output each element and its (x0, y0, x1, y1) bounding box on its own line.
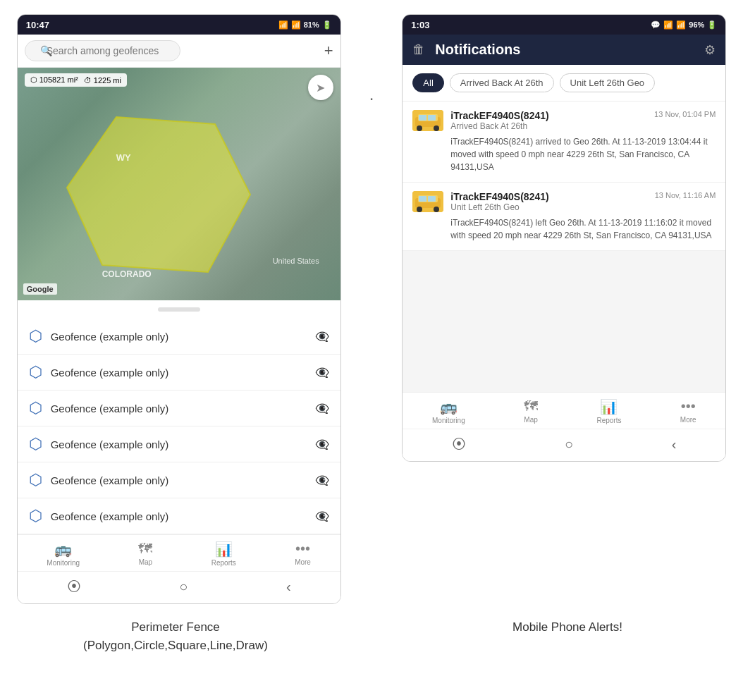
compass-button[interactable]: ➤ (308, 75, 333, 100)
geofence-name: Geofence (example only) (51, 474, 307, 486)
distance-stat: ⏱ 1225 mi (84, 76, 121, 85)
visibility-icon[interactable]: 👁‍🗨 (315, 330, 329, 343)
right-nav-more-label: More (680, 416, 696, 424)
svg-point-11 (417, 207, 422, 212)
visibility-icon[interactable]: 👁‍🗨 (315, 438, 329, 451)
visibility-icon[interactable]: 👁‍🗨 (315, 402, 329, 415)
geofence-name: Geofence (example only) (51, 403, 307, 415)
list-item[interactable]: ⬡ Geofence (example only) 👁‍🗨 (18, 319, 340, 355)
android-home-button[interactable]: ○ (565, 436, 573, 453)
list-item[interactable]: ⬡ Geofence (example only) 👁‍🗨 (18, 391, 340, 426)
right-nav-monitoring-label: Monitoring (432, 417, 465, 424)
geofence-name: Geofence (example only) (51, 510, 307, 522)
list-item[interactable]: ⬡ Geofence (example only) 👁‍🗨 (18, 355, 340, 391)
geofence-polygon-icon: ⬡ (29, 471, 42, 489)
list-item[interactable]: ⬡ Geofence (example only) 👁‍🗨 (18, 498, 340, 534)
nav-monitoring-label: Monitoring (47, 559, 80, 567)
android-menu-button[interactable]: ⦿ (452, 436, 466, 453)
scroll-handle-container (18, 300, 340, 319)
nav-map[interactable]: 🗺 Map (133, 539, 158, 568)
filter-left[interactable]: Unit Left 26th Geo (560, 73, 656, 92)
right-bottom-nav: 🚌 Monitoring 🗺 Map 📊 Reports ••• More (403, 392, 725, 429)
notif-body-1: iTrackEF4940S(8241) arrived to Geo 26th.… (412, 135, 716, 173)
map-background: ⬡ 105821 mi² ⏱ 1225 mi ➤ WY United State… (18, 68, 340, 300)
right-nav-more[interactable]: ••• More (675, 397, 702, 426)
svg-rect-14 (428, 196, 436, 202)
event-type-1: Arrived Back At 26th (450, 121, 647, 131)
right-nav-reports-label: Reports (596, 417, 621, 424)
map-area[interactable]: ⬡ 105821 mi² ⏱ 1225 mi ➤ WY United State… (18, 68, 340, 300)
right-phone: 1:03 💬 📶 📶 96% 🔋 🗑 Notifications ⚙ All A… (402, 14, 726, 462)
area-stat: ⬡ 105821 mi² (30, 75, 78, 85)
left-status-bar: 10:47 📶 📶 81% 🔋 (18, 15, 340, 35)
filter-all[interactable]: All (412, 73, 443, 92)
left-caption: Perimeter Fence(Polygon,Circle,Square,Li… (21, 618, 330, 654)
battery-icon: 🔋 (707, 20, 717, 30)
monitoring-icon: 🚌 (440, 398, 458, 415)
left-time: 10:47 (26, 20, 49, 30)
map-wy-label: WY (116, 152, 131, 163)
timestamp-1: 13 Nov, 01:04 PM (654, 110, 716, 118)
visibility-icon[interactable]: 👁‍🗨 (315, 474, 329, 487)
svg-rect-13 (419, 196, 426, 202)
signal-icon: 📶 (291, 20, 301, 30)
message-icon: 💬 (651, 20, 661, 30)
notifications-header: 🗑 Notifications ⚙ (403, 35, 725, 65)
map-stats: ⬡ 105821 mi² ⏱ 1225 mi (25, 73, 127, 87)
geofence-list: ⬡ Geofence (example only) 👁‍🗨 ⬡ Geofence… (18, 319, 340, 534)
svg-point-4 (417, 125, 422, 131)
settings-icon[interactable]: ⚙ (704, 42, 716, 58)
visibility-icon[interactable]: 👁‍🗨 (315, 366, 329, 379)
google-logo: Google (23, 283, 57, 295)
right-caption-text: Mobile Phone Alerts! (512, 620, 622, 634)
geofence-name: Geofence (example only) (51, 438, 307, 450)
delete-icon[interactable]: 🗑 (412, 42, 425, 57)
right-nav-monitoring[interactable]: 🚌 Monitoring (426, 397, 471, 426)
map-icon: 🗺 (524, 398, 538, 415)
reports-icon: 📊 (215, 541, 233, 558)
search-container: 🔍 (25, 40, 319, 61)
notifications-title: Notifications (435, 42, 694, 58)
device-name-2: iTrackEF4940S(8241) (450, 191, 647, 202)
notification-card-1[interactable]: iTrackEF4940S(8241) Arrived Back At 26th… (403, 102, 725, 183)
list-item[interactable]: ⬡ Geofence (example only) 👁‍🗨 (18, 462, 340, 498)
filter-arrived[interactable]: Arrived Back At 26th (450, 73, 554, 92)
search-bar: 🔍 + (18, 35, 340, 68)
map-colorado-label: COLORADO (102, 269, 152, 279)
visibility-icon[interactable]: 👁‍🗨 (315, 510, 329, 523)
right-status-bar: 1:03 💬 📶 📶 96% 🔋 (403, 15, 725, 35)
vehicle-avatar-2 (412, 191, 443, 212)
android-back-button[interactable]: ‹ (672, 436, 677, 453)
right-nav-reports[interactable]: 📊 Reports (591, 397, 627, 426)
android-menu-button[interactable]: ⦿ (67, 579, 81, 595)
svg-rect-6 (419, 115, 426, 121)
map-icon: 🗺 (138, 541, 152, 557)
android-home-button[interactable]: ○ (179, 579, 188, 595)
android-back-button[interactable]: ‹ (286, 579, 291, 595)
notif-card-header-1: iTrackEF4940S(8241) Arrived Back At 26th… (412, 110, 716, 131)
left-phone: 10:47 📶 📶 81% 🔋 🔍 + (17, 14, 341, 604)
notif-meta-2: iTrackEF4940S(8241) Unit Left 26th Geo (450, 191, 647, 212)
add-geofence-button[interactable]: + (324, 43, 333, 59)
nav-more-label: More (295, 558, 311, 566)
right-status-icons: 💬 📶 📶 96% 🔋 (651, 20, 717, 30)
nav-reports[interactable]: 📊 Reports (206, 539, 242, 568)
more-icon: ••• (681, 398, 696, 415)
geofence-polygon-icon: ⬡ (29, 399, 42, 417)
scroll-handle (158, 307, 200, 312)
filter-tabs: All Arrived Back At 26th Unit Left 26th … (403, 65, 725, 102)
nav-more[interactable]: ••• More (289, 539, 317, 568)
geofence-polygon (60, 110, 257, 279)
map-us-label: United States (273, 257, 319, 265)
right-nav-map-label: Map (524, 416, 537, 424)
list-item[interactable]: ⬡ Geofence (example only) 👁‍🗨 (18, 426, 340, 462)
monitoring-icon: 🚌 (54, 541, 72, 558)
notification-card-2[interactable]: iTrackEF4940S(8241) Unit Left 26th Geo 1… (403, 183, 725, 251)
geofence-polygon-icon: ⬡ (29, 363, 42, 381)
notif-meta-1: iTrackEF4940S(8241) Arrived Back At 26th (450, 110, 647, 131)
nav-monitoring[interactable]: 🚌 Monitoring (41, 539, 85, 568)
right-android-nav: ⦿ ○ ‹ (403, 429, 725, 461)
battery-label: 96% (689, 20, 704, 29)
right-nav-map[interactable]: 🗺 Map (518, 397, 544, 426)
vehicle-avatar-1 (412, 110, 443, 131)
